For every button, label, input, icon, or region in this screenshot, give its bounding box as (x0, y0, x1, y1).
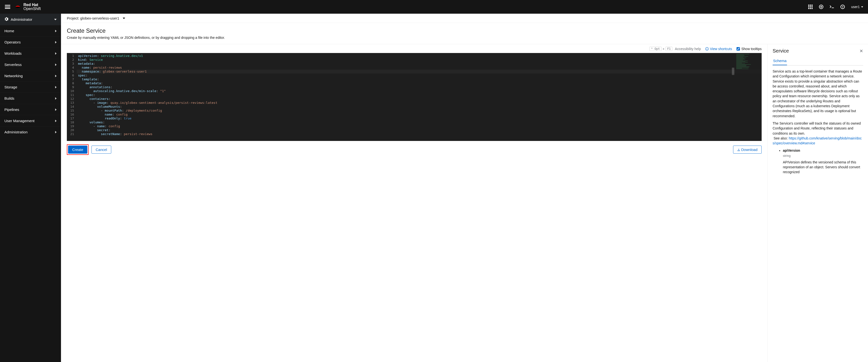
code-line[interactable]: apiVersion: serving.knative.dev/v1 (76, 54, 762, 58)
chevron-right-icon (55, 52, 57, 55)
svg-text:i: i (707, 48, 707, 50)
project-prefix: Project: (67, 16, 79, 20)
schema-description-2: The Service's controller will track the … (773, 121, 863, 146)
code-line[interactable]: spec: (76, 93, 762, 97)
create-button[interactable]: Create (68, 146, 87, 154)
code-line[interactable]: name: config (76, 113, 762, 116)
schema-panel: Service ✕ Schema Service acts as a top-l… (768, 44, 868, 362)
help-icon[interactable]: ? (840, 5, 845, 9)
chevron-right-icon (55, 108, 57, 111)
field-description: APIVersion defines the versioned schema … (783, 160, 860, 174)
show-tooltips-toggle[interactable]: Show tooltips (737, 47, 762, 51)
chevron-right-icon (55, 75, 57, 77)
sidebar: Administrator HomeOperatorsWorkloadsServ… (0, 14, 61, 362)
logo[interactable]: Red Hat OpenShift (14, 3, 41, 11)
svg-rect-2 (810, 5, 811, 6)
nav-item-administration[interactable]: Administration (0, 126, 61, 138)
code-line[interactable]: - mountPath: /deployments/config (76, 109, 762, 113)
code-line[interactable]: secretName: persist-reviews (76, 132, 762, 136)
code-line[interactable]: volumes: (76, 120, 762, 124)
kbd-f1: F1 (665, 47, 672, 51)
terminal-icon[interactable] (830, 5, 834, 9)
code-line[interactable]: kind: Service (76, 58, 762, 62)
top-bar: Red Hat OpenShift ? user1 (0, 0, 868, 14)
nav-item-home[interactable]: Home (0, 25, 61, 36)
perspective-switcher[interactable]: Administrator (0, 14, 61, 25)
code-line[interactable]: namespace: globex-serverless-user1 (76, 69, 762, 74)
code-line[interactable]: - image: quay.io/globex-sentiment-analys… (76, 101, 762, 105)
nav-label: Builds (4, 96, 14, 101)
download-button[interactable]: Download (733, 146, 762, 154)
apps-grid-icon[interactable] (808, 5, 813, 9)
nav-label: Workloads (4, 51, 22, 55)
code-area[interactable]: apiVersion: serving.knative.dev/v1kind: … (76, 53, 762, 141)
scrollbar-thumb[interactable] (732, 68, 734, 75)
code-line[interactable]: volumeMounts: (76, 105, 762, 109)
nav-item-workloads[interactable]: Workloads (0, 48, 61, 59)
nav-item-user-management[interactable]: User Management (0, 115, 61, 126)
minimap[interactable] (735, 53, 762, 141)
close-panel-button[interactable]: ✕ (860, 48, 863, 54)
nav-item-pipelines[interactable]: Pipelines (0, 104, 61, 115)
svg-rect-3 (811, 5, 813, 6)
nav-label: Administration (4, 130, 28, 134)
schema-field-apiversion[interactable]: apiVersion string APIVersion defines the… (783, 148, 863, 174)
code-line[interactable]: annotations: (76, 85, 762, 89)
page-subtitle: Create by manually entering YAML or JSON… (67, 36, 862, 39)
code-line[interactable]: autoscaling.knative.dev/min-scale: "1" (76, 89, 762, 93)
nav-item-storage[interactable]: Storage (0, 81, 61, 92)
nav-label: Serverless (4, 62, 22, 67)
code-line[interactable]: template: (76, 78, 762, 81)
caret-down-icon (861, 6, 863, 7)
yaml-editor[interactable]: 123456789101112131415161718192021 apiVer… (67, 53, 762, 141)
nav-item-operators[interactable]: Operators (0, 36, 61, 48)
svg-rect-5 (810, 6, 811, 7)
page-title: Create Service (67, 27, 862, 34)
svg-rect-8 (810, 8, 811, 9)
line-gutter: 123456789101112131415161718192021 (67, 53, 76, 141)
svg-rect-7 (808, 8, 809, 9)
chevron-right-icon (55, 41, 57, 44)
create-button-highlight: Create (67, 144, 89, 155)
code-line[interactable]: metadata: (76, 81, 762, 85)
nav-label: Storage (4, 85, 17, 89)
svg-rect-4 (808, 6, 809, 7)
nav-label: Pipelines (4, 108, 19, 112)
schema-description: Service acts as a top-level container th… (773, 69, 863, 118)
kbd-opt: ⌃ Opt (649, 47, 661, 51)
code-line[interactable]: readOnly: true (76, 116, 762, 120)
hamburger-menu-button[interactable] (5, 5, 10, 9)
nav-label: Networking (4, 74, 23, 78)
chevron-right-icon (55, 97, 57, 100)
main-content: Project: globex-serverless-user1 Create … (61, 14, 868, 362)
nav-item-builds[interactable]: Builds (0, 92, 61, 104)
username: user1 (851, 5, 860, 9)
nav-label: User Management (4, 119, 34, 123)
code-line[interactable]: spec: (76, 74, 762, 78)
nav-item-serverless[interactable]: Serverless (0, 59, 61, 70)
perspective-label: Administrator (11, 17, 32, 22)
brand-line1: Red Hat (24, 3, 41, 7)
svg-rect-6 (811, 6, 813, 7)
chevron-right-icon (55, 120, 57, 122)
schema-tab[interactable]: Schema (773, 57, 787, 65)
user-menu[interactable]: user1 (851, 5, 863, 9)
logo-text: Red Hat OpenShift (24, 3, 41, 11)
code-line[interactable]: name: persist-reviews (76, 66, 762, 69)
chevron-right-icon (55, 131, 57, 133)
chevron-right-icon (55, 30, 57, 32)
code-line[interactable]: metadata: (76, 62, 762, 66)
gear-icon (4, 17, 8, 22)
code-line[interactable]: - name: config (76, 124, 762, 128)
a11y-text: Accessibility help (675, 47, 701, 51)
plus-circle-icon[interactable] (819, 5, 824, 9)
code-line[interactable]: containers: (76, 97, 762, 101)
tooltips-checkbox[interactable] (737, 47, 740, 51)
svg-rect-1 (808, 5, 809, 6)
nav-item-networking[interactable]: Networking (0, 70, 61, 81)
code-line[interactable]: secret: (76, 128, 762, 132)
project-selector[interactable]: Project: globex-serverless-user1 (61, 14, 868, 23)
cancel-button[interactable]: Cancel (92, 146, 111, 154)
brand-line2: OpenShift (24, 7, 41, 11)
view-shortcuts-link[interactable]: i View shortcuts (705, 47, 732, 51)
